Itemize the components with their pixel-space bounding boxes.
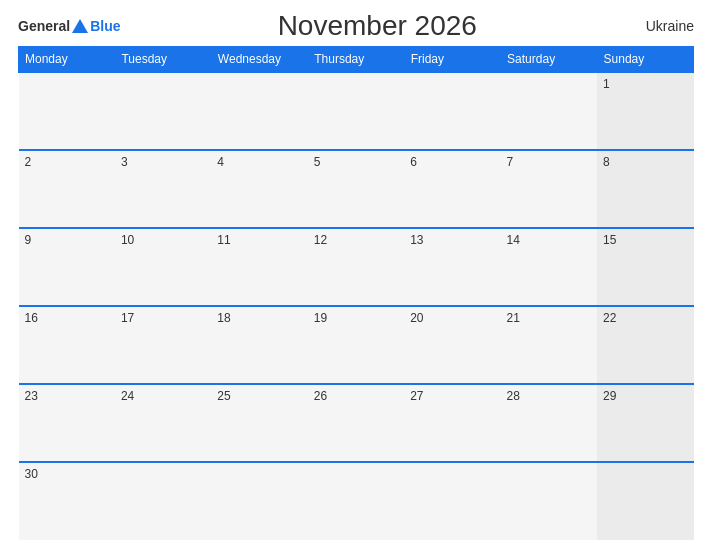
weekday-header-sunday: Sunday [597, 47, 693, 73]
day-cell-3: 3 [115, 150, 211, 228]
day-number: 3 [121, 155, 128, 169]
day-number: 20 [410, 311, 423, 325]
day-cell-6: 6 [404, 150, 500, 228]
day-number: 7 [507, 155, 514, 169]
day-number: 18 [217, 311, 230, 325]
weekday-header-thursday: Thursday [308, 47, 404, 73]
day-cell-15: 15 [597, 228, 693, 306]
day-cell-23: 23 [19, 384, 115, 462]
day-number: 1 [603, 77, 610, 91]
logo-general-text: General [18, 18, 70, 34]
day-number: 4 [217, 155, 224, 169]
week-row-5: 23242526272829 [19, 384, 694, 462]
day-cell-11: 11 [211, 228, 307, 306]
day-number: 24 [121, 389, 134, 403]
empty-day-cell [404, 72, 500, 150]
day-number: 13 [410, 233, 423, 247]
logo-triangle-icon [72, 19, 88, 33]
day-cell-4: 4 [211, 150, 307, 228]
day-cell-26: 26 [308, 384, 404, 462]
calendar-table: MondayTuesdayWednesdayThursdayFridaySatu… [18, 46, 694, 540]
empty-day-cell [115, 462, 211, 540]
day-cell-24: 24 [115, 384, 211, 462]
weekday-header-friday: Friday [404, 47, 500, 73]
day-number: 14 [507, 233, 520, 247]
day-number: 25 [217, 389, 230, 403]
day-cell-17: 17 [115, 306, 211, 384]
logo: General Blue [18, 18, 120, 34]
week-row-3: 9101112131415 [19, 228, 694, 306]
day-cell-28: 28 [501, 384, 597, 462]
day-number: 30 [25, 467, 38, 481]
day-number: 26 [314, 389, 327, 403]
empty-day-cell [211, 72, 307, 150]
day-number: 29 [603, 389, 616, 403]
day-number: 8 [603, 155, 610, 169]
day-number: 16 [25, 311, 38, 325]
week-row-6: 30 [19, 462, 694, 540]
day-cell-29: 29 [597, 384, 693, 462]
day-cell-20: 20 [404, 306, 500, 384]
day-cell-2: 2 [19, 150, 115, 228]
weekday-header-wednesday: Wednesday [211, 47, 307, 73]
day-number: 10 [121, 233, 134, 247]
day-cell-13: 13 [404, 228, 500, 306]
day-cell-10: 10 [115, 228, 211, 306]
day-cell-5: 5 [308, 150, 404, 228]
day-number: 12 [314, 233, 327, 247]
day-cell-8: 8 [597, 150, 693, 228]
day-cell-25: 25 [211, 384, 307, 462]
day-cell-16: 16 [19, 306, 115, 384]
day-number: 6 [410, 155, 417, 169]
day-cell-19: 19 [308, 306, 404, 384]
day-number: 19 [314, 311, 327, 325]
day-cell-1: 1 [597, 72, 693, 150]
logo-blue-text: Blue [90, 18, 120, 34]
day-cell-12: 12 [308, 228, 404, 306]
day-number: 2 [25, 155, 32, 169]
empty-day-cell [404, 462, 500, 540]
day-cell-9: 9 [19, 228, 115, 306]
day-cell-18: 18 [211, 306, 307, 384]
empty-day-cell [501, 462, 597, 540]
weekday-header-row: MondayTuesdayWednesdayThursdayFridaySatu… [19, 47, 694, 73]
empty-day-cell [115, 72, 211, 150]
day-cell-30: 30 [19, 462, 115, 540]
empty-day-cell [308, 72, 404, 150]
day-number: 17 [121, 311, 134, 325]
calendar-title: November 2026 [120, 10, 634, 42]
day-number: 21 [507, 311, 520, 325]
week-row-2: 2345678 [19, 150, 694, 228]
country-label: Ukraine [634, 18, 694, 34]
day-cell-21: 21 [501, 306, 597, 384]
day-cell-7: 7 [501, 150, 597, 228]
day-cell-14: 14 [501, 228, 597, 306]
day-cell-27: 27 [404, 384, 500, 462]
empty-day-cell [501, 72, 597, 150]
day-number: 15 [603, 233, 616, 247]
empty-day-cell [19, 72, 115, 150]
empty-day-cell [308, 462, 404, 540]
empty-day-cell [597, 462, 693, 540]
day-number: 11 [217, 233, 230, 247]
week-row-1: 1 [19, 72, 694, 150]
weekday-header-tuesday: Tuesday [115, 47, 211, 73]
day-number: 27 [410, 389, 423, 403]
day-number: 5 [314, 155, 321, 169]
day-cell-22: 22 [597, 306, 693, 384]
top-bar: General Blue November 2026 Ukraine [18, 10, 694, 42]
weekday-header-saturday: Saturday [501, 47, 597, 73]
day-number: 22 [603, 311, 616, 325]
week-row-4: 16171819202122 [19, 306, 694, 384]
empty-day-cell [211, 462, 307, 540]
weekday-header-monday: Monday [19, 47, 115, 73]
day-number: 9 [25, 233, 32, 247]
day-number: 23 [25, 389, 38, 403]
day-number: 28 [507, 389, 520, 403]
